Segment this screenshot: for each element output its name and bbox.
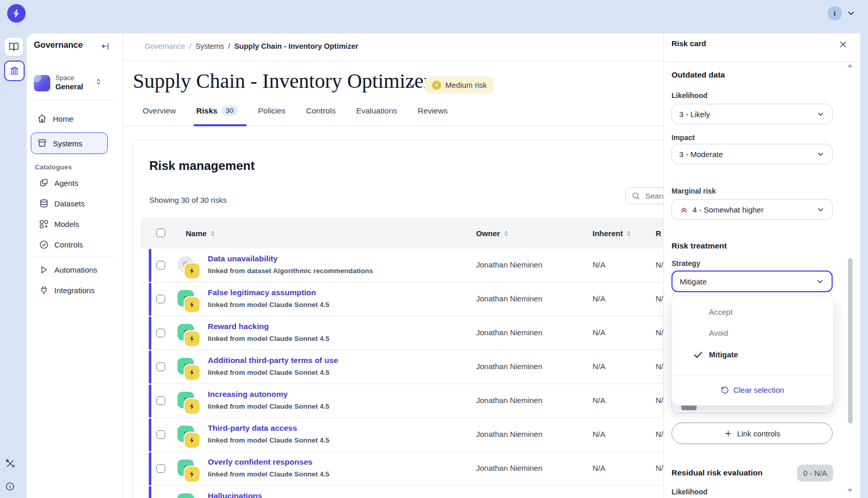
row-checkbox[interactable] bbox=[156, 396, 165, 405]
breadcrumb: Governance / Systems / Supply Chain - In… bbox=[145, 42, 358, 50]
residual-risk-badge: 0 - N/A bbox=[797, 465, 833, 482]
clear-selection-button[interactable]: Clear selection bbox=[672, 386, 833, 394]
collapse-left-icon bbox=[101, 42, 110, 51]
strategy-dropdown-menu: Accept Avoid Mitigate Clear selection bbox=[672, 296, 834, 406]
user-avatar[interactable]: I bbox=[827, 6, 842, 21]
risk-link[interactable]: False legitimacy assumption bbox=[208, 288, 316, 297]
option-avoid[interactable]: Avoid bbox=[672, 329, 833, 337]
scrollbar-thumb[interactable] bbox=[848, 258, 853, 424]
risk-linked-from: linked from dataset Algorithmic recommen… bbox=[208, 267, 373, 275]
inherent-cell: N/A bbox=[593, 260, 605, 269]
row-checkbox[interactable] bbox=[156, 362, 165, 371]
link-controls-button[interactable]: Link controls bbox=[672, 423, 833, 444]
breadcrumb-separator: / bbox=[189, 42, 191, 50]
owner-cell: Jonathan Nieminen bbox=[476, 396, 542, 405]
sidebar-item-systems[interactable]: Systems bbox=[31, 132, 108, 154]
rail-tools-button[interactable] bbox=[5, 458, 15, 469]
chevron-down-icon bbox=[816, 277, 824, 286]
tab-overview[interactable]: Overview bbox=[143, 106, 176, 116]
sort-icon bbox=[503, 231, 509, 236]
sidebar-item-automations[interactable]: Automations bbox=[39, 265, 97, 275]
row-checkbox[interactable] bbox=[156, 329, 165, 337]
risk-linked-from: linked from model Claude Sonnet 4.5 bbox=[208, 335, 329, 342]
column-header-residual[interactable]: R bbox=[656, 229, 661, 238]
residual-likelihood-label: Likelihood bbox=[672, 488, 707, 496]
tab-controls[interactable]: Controls bbox=[306, 106, 336, 116]
inherent-cell: N/A bbox=[593, 328, 605, 337]
sidebar-item-datasets[interactable]: Datasets bbox=[39, 199, 85, 208]
tab-policies[interactable]: Policies bbox=[258, 106, 285, 116]
tab-reviews[interactable]: Reviews bbox=[418, 106, 448, 116]
close-icon bbox=[838, 40, 848, 49]
tab-evaluations[interactable]: Evaluations bbox=[356, 106, 397, 116]
space-switcher[interactable] bbox=[94, 78, 103, 86]
space-label: Space bbox=[55, 74, 74, 82]
marginal-risk-select[interactable]: 4 - Somewhat higher bbox=[672, 199, 833, 220]
risk-link[interactable]: Reward hacking bbox=[208, 322, 269, 331]
sidebar-item-label: Systems bbox=[53, 139, 83, 148]
rail-governance-button[interactable] bbox=[4, 61, 25, 81]
strategy-select[interactable]: Mitigate bbox=[672, 271, 833, 292]
column-header-name[interactable]: Name bbox=[186, 229, 215, 238]
sidebar-item-label: Automations bbox=[54, 265, 97, 274]
breadcrumb-governance[interactable]: Governance bbox=[145, 42, 185, 50]
row-checkbox[interactable] bbox=[156, 261, 165, 270]
controls-check-circle-icon bbox=[39, 240, 49, 250]
title-menu-chevron[interactable] bbox=[407, 80, 417, 90]
sidebar-item-label: Models bbox=[54, 220, 79, 228]
sidebar-collapse-button[interactable] bbox=[101, 42, 110, 51]
rail-docs-button[interactable] bbox=[4, 37, 24, 56]
rail-info-button[interactable] bbox=[5, 482, 15, 491]
scroll-down-arrow[interactable] bbox=[847, 489, 853, 492]
sidebar-item-integrations[interactable]: Integrations bbox=[39, 285, 94, 295]
sidebar-item-label: Integrations bbox=[54, 286, 94, 295]
inherent-cell: N/A bbox=[593, 362, 605, 371]
row-accent bbox=[149, 283, 151, 316]
double-chevron-up-icon bbox=[679, 205, 688, 214]
sidebar-item-home[interactable]: Home bbox=[37, 113, 73, 124]
model-icon bbox=[177, 493, 194, 498]
column-header-inherent[interactable]: Inherent bbox=[593, 229, 632, 238]
risk-link[interactable]: Additional third-party terms of use bbox=[208, 356, 338, 365]
option-accept[interactable]: Accept bbox=[672, 308, 833, 316]
risk-card-panel: Risk card Outdated data Likelihood 3 - L… bbox=[663, 33, 860, 498]
sidebar-item-agents[interactable]: Agents bbox=[39, 178, 78, 188]
risk-link[interactable]: Third-party data access bbox=[208, 424, 297, 433]
impact-select[interactable]: 3 - Moderate bbox=[672, 144, 833, 164]
row-accent bbox=[149, 418, 151, 451]
select-all-checkbox[interactable] bbox=[156, 228, 165, 237]
owner-cell: Jonathan Nieminen bbox=[476, 294, 542, 303]
home-icon bbox=[37, 113, 47, 124]
row-checkbox[interactable] bbox=[156, 464, 165, 473]
row-checkbox[interactable] bbox=[156, 430, 165, 439]
plug-icon bbox=[39, 285, 49, 295]
section-heading: Risk management bbox=[149, 159, 254, 173]
row-checkbox[interactable] bbox=[156, 295, 165, 303]
risk-link[interactable]: Data unavailability bbox=[208, 254, 278, 263]
row-accent bbox=[149, 486, 151, 498]
app-logo[interactable] bbox=[7, 4, 26, 23]
chevron-down-icon bbox=[816, 205, 825, 214]
option-mitigate[interactable]: Mitigate bbox=[672, 350, 833, 359]
risk-link[interactable]: Hallucinations bbox=[208, 491, 262, 498]
info-icon bbox=[5, 482, 15, 491]
column-header-owner[interactable]: Owner bbox=[476, 229, 509, 238]
likelihood-label: Likelihood bbox=[672, 91, 707, 100]
risk-badge-label: Medium risk bbox=[445, 81, 487, 89]
scroll-up-arrow[interactable] bbox=[847, 64, 853, 67]
risk-badge-bolt-icon bbox=[432, 81, 441, 90]
breadcrumb-systems[interactable]: Systems bbox=[195, 42, 224, 50]
risk-link[interactable]: Increasing autonomy bbox=[208, 390, 288, 399]
sidebar-item-models[interactable]: Models bbox=[39, 219, 79, 229]
account-menu-chevron[interactable] bbox=[846, 9, 856, 18]
risk-bolt-icon bbox=[185, 297, 200, 312]
book-open-icon bbox=[9, 42, 19, 52]
tab-risks[interactable]: Risks30 bbox=[196, 106, 238, 116]
sidebar-item-controls[interactable]: Controls bbox=[39, 240, 83, 250]
risk-link[interactable]: Overly confident responses bbox=[208, 457, 312, 467]
inherent-cell: N/A bbox=[593, 430, 605, 438]
close-panel-button[interactable] bbox=[838, 40, 848, 49]
likelihood-select[interactable]: 3 - Likely bbox=[672, 104, 833, 124]
sidebar-divider bbox=[123, 33, 123, 498]
strategy-label: Strategy bbox=[672, 259, 700, 267]
